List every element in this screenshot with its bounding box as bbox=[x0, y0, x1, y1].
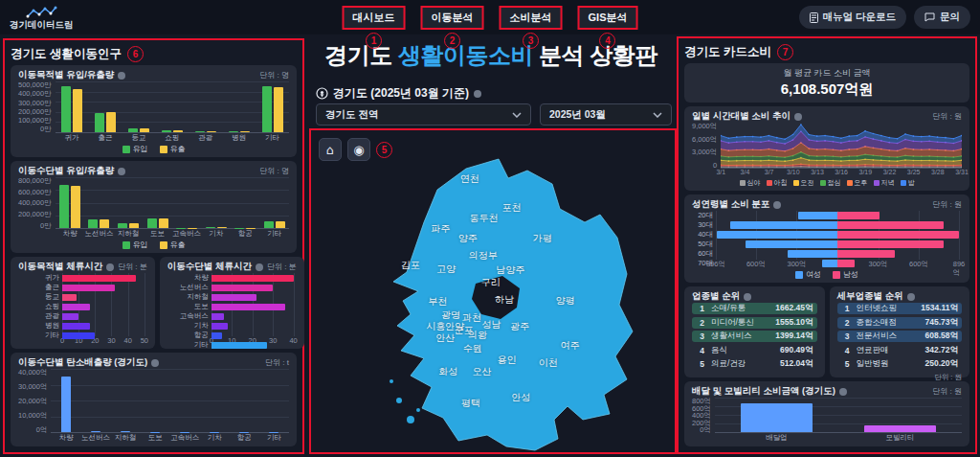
nav-consumption-button[interactable]: 소비분석 bbox=[500, 6, 563, 30]
bar-group bbox=[111, 369, 141, 432]
legend-item[interactable]: 밤 bbox=[901, 178, 915, 188]
map-city-label[interactable]: 용인 bbox=[497, 354, 516, 367]
x-tick: 3/4 bbox=[741, 169, 750, 175]
map-city-label[interactable]: 가평 bbox=[533, 232, 552, 245]
nav-movement-button[interactable]: 이동분석 bbox=[421, 6, 484, 30]
male-bar bbox=[837, 212, 880, 219]
map-city-label[interactable]: 파주 bbox=[431, 222, 450, 236]
region-select[interactable]: 경기도 전역 bbox=[316, 103, 531, 126]
legend-item[interactable]: 오후 bbox=[847, 178, 868, 188]
y-tick: 0만 bbox=[40, 222, 52, 230]
rank-value: 1555.10억 bbox=[775, 317, 813, 329]
legend-item[interactable]: 남성 bbox=[833, 269, 858, 280]
nav-dashboard-button[interactable]: 대시보드 bbox=[343, 6, 406, 30]
plot-area bbox=[56, 81, 289, 133]
rank-row: 2종합소매점745.73억 bbox=[837, 317, 963, 329]
bar-group bbox=[122, 81, 155, 132]
category-label: 기차 bbox=[201, 229, 231, 240]
map-city-label[interactable]: 안성 bbox=[511, 391, 530, 404]
info-icon[interactable] bbox=[839, 388, 847, 396]
bar bbox=[62, 285, 115, 291]
bar-group bbox=[141, 369, 170, 432]
legend-item[interactable]: 점심 bbox=[820, 178, 841, 188]
map-city-label[interactable]: 하남 bbox=[495, 293, 514, 307]
map-home-button[interactable]: ⌂ bbox=[319, 138, 342, 161]
legend-item[interactable]: 유입 bbox=[122, 240, 148, 250]
map-city-label[interactable]: 이천 bbox=[539, 356, 558, 370]
legend-item[interactable]: 심야 bbox=[740, 178, 761, 188]
y-tick: 9,000억 bbox=[692, 123, 717, 130]
pyramid-row: 30대 bbox=[692, 220, 962, 230]
bars bbox=[51, 369, 289, 432]
home-icon: ⌂ bbox=[326, 143, 334, 157]
map-city-label[interactable]: 포천 bbox=[501, 201, 521, 215]
map-city-label[interactable]: 평택 bbox=[461, 397, 480, 410]
info-icon[interactable] bbox=[106, 263, 114, 271]
monthly-average-card: 월 평균 카드 소비 금액 6,108.507억원 bbox=[684, 63, 969, 103]
map-city-label[interactable]: 연천 bbox=[460, 172, 479, 186]
bar bbox=[173, 130, 183, 132]
app-logo[interactable]: 경기데이터드림 bbox=[10, 6, 74, 30]
map-panel: ⌂ ◉ 5 연천포천동두천파주양주가평의정부김포고양남양주구리부천하남양평광명과… bbox=[309, 128, 677, 454]
chart-title: 이동수단별 체류시간 bbox=[167, 261, 252, 273]
legend-item[interactable]: 오전 bbox=[793, 178, 814, 188]
map-city-label[interactable]: 광주 bbox=[510, 320, 529, 333]
map-city-label[interactable]: 동두천 bbox=[470, 212, 499, 225]
map-city-label[interactable]: 남양주 bbox=[496, 263, 524, 277]
female-bar bbox=[798, 212, 837, 219]
info-icon[interactable] bbox=[794, 113, 802, 121]
map-reset-view-button[interactable]: ◉ bbox=[347, 138, 370, 161]
bar bbox=[212, 304, 285, 310]
gyeonggi-map[interactable]: 연천포천동두천파주양주가평의정부김포고양남양주구리부천하남양평광명과천시흥안양성… bbox=[311, 130, 675, 452]
legend-item[interactable]: 유출 bbox=[160, 144, 186, 154]
legend-item[interactable]: 유입 bbox=[122, 144, 148, 154]
map-city-label[interactable]: 과천 bbox=[462, 311, 481, 325]
nav-gis-button[interactable]: GIS분석 bbox=[578, 6, 638, 30]
y-tick: 30,000억 bbox=[18, 383, 47, 391]
map-city-label[interactable]: 수원 bbox=[463, 342, 482, 355]
map-city-label[interactable]: 양평 bbox=[556, 294, 575, 308]
legend-swatch bbox=[847, 180, 853, 186]
map-city-label[interactable]: 여주 bbox=[561, 339, 580, 353]
legend-item[interactable]: 저녁 bbox=[874, 178, 895, 188]
age-label: 60대 bbox=[692, 249, 716, 259]
map-city-label[interactable]: 화성 bbox=[438, 365, 457, 378]
bar bbox=[274, 87, 283, 132]
info-icon[interactable] bbox=[118, 168, 125, 175]
info-icon[interactable] bbox=[256, 263, 263, 271]
stay-time-row: 이동목적별 체류시간 단위 : 분 귀가출근등교쇼핑관광병원기타01020304… bbox=[11, 257, 297, 349]
month-select[interactable]: 2025년 03월 bbox=[540, 103, 672, 126]
info-icon[interactable] bbox=[773, 201, 781, 209]
hbar-row: 관광 bbox=[18, 311, 147, 321]
map-city-label[interactable]: 안산 bbox=[435, 331, 455, 345]
plot-area bbox=[56, 177, 289, 229]
map-city-label[interactable]: 오산 bbox=[473, 365, 492, 378]
info-icon[interactable] bbox=[151, 359, 159, 367]
hbar-row: 귀가 bbox=[18, 273, 147, 283]
map-city-label[interactable]: 의왕 bbox=[468, 329, 487, 342]
map-city-label[interactable]: 양주 bbox=[458, 232, 478, 245]
y-axis: 500,000만400,000만300,000만200,000만100,000만… bbox=[18, 81, 56, 133]
delivery-chart: 800억600억400억200억0억배달업모빌리티 bbox=[692, 398, 962, 444]
map-city-label[interactable]: 고양 bbox=[436, 263, 456, 276]
rank-value: 608.58억 bbox=[925, 331, 959, 342]
manual-download-button[interactable]: 매뉴얼 다운로드 bbox=[799, 6, 906, 29]
map-city-label[interactable]: 김포 bbox=[401, 259, 420, 272]
map-city-label[interactable]: 구리 bbox=[481, 276, 501, 289]
map-city-label[interactable]: 부천 bbox=[428, 295, 447, 308]
gender-age-chart: 20대30대40대50대60대70대896억600억300억0300억600억8… bbox=[692, 211, 962, 280]
rank-row: 2미디어/통신1555.10억 bbox=[692, 317, 817, 329]
contact-button[interactable]: 문의 bbox=[914, 6, 970, 29]
legend-item[interactable]: 유출 bbox=[160, 240, 186, 250]
info-icon[interactable] bbox=[907, 293, 915, 301]
pyramid-row: 60대 bbox=[692, 249, 962, 259]
y-tick: 200,000만 bbox=[18, 211, 52, 218]
legend-item[interactable]: 아침 bbox=[767, 178, 788, 188]
info-icon[interactable] bbox=[744, 293, 751, 301]
info-icon[interactable] bbox=[118, 72, 125, 80]
info-icon[interactable] bbox=[474, 90, 481, 98]
legend-item[interactable]: 여성 bbox=[795, 269, 821, 280]
map-city-label[interactable]: 의정부 bbox=[469, 249, 498, 263]
target-icon: ◉ bbox=[353, 143, 364, 157]
x-tick: 3/16 bbox=[835, 169, 848, 175]
